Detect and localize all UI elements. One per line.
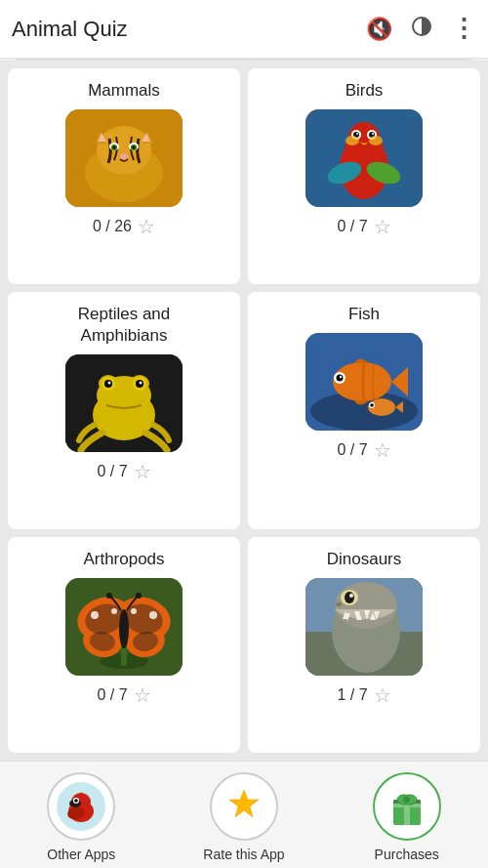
svg-point-63 — [131, 608, 137, 614]
svg-point-48 — [370, 403, 374, 407]
svg-point-61 — [111, 608, 117, 614]
rate-app-icon-circle — [210, 772, 278, 841]
card-image-fish — [305, 333, 423, 431]
star-icon-fish: ☆ — [374, 438, 391, 462]
svg-point-93 — [75, 799, 79, 803]
card-score-fish: 0 / 7 ☆ — [337, 438, 390, 462]
card-reptiles[interactable]: Reptiles and Amphibians — [8, 292, 240, 529]
header-icons: 🔇 ⋮ — [366, 14, 476, 44]
card-title-arthropods: Arthropods — [83, 549, 164, 570]
card-image-birds — [305, 109, 423, 207]
svg-point-9 — [133, 146, 136, 149]
card-image-arthropods — [65, 578, 183, 676]
card-dinosaurs[interactable]: Dinosaurs — [248, 537, 480, 753]
svg-point-66 — [136, 593, 142, 599]
star-icon-reptiles: ☆ — [134, 460, 151, 483]
svg-point-8 — [113, 146, 116, 149]
svg-point-38 — [108, 382, 111, 385]
card-score-mammals: 0 / 26 ☆ — [93, 215, 155, 238]
star-icon-dinosaurs: ☆ — [374, 683, 391, 707]
card-image-mammals — [65, 109, 183, 207]
card-score-birds: 0 / 7 ☆ — [337, 215, 390, 238]
nav-other-apps[interactable]: Other Apps — [0, 772, 163, 862]
svg-point-82 — [336, 602, 342, 606]
app-header: Animal Quiz 🔇 ⋮ — [0, 0, 488, 59]
purchases-icon-circle — [373, 772, 441, 841]
svg-point-60 — [91, 611, 99, 619]
card-birds[interactable]: Birds — [248, 68, 480, 284]
other-apps-label: Other Apps — [47, 847, 115, 862]
card-title-reptiles: Reptiles and Amphibians — [78, 304, 171, 347]
star-icon-birds: ☆ — [374, 215, 391, 238]
card-score-dinosaurs: 1 / 7 ☆ — [337, 683, 390, 707]
svg-point-3 — [97, 126, 151, 175]
card-title-fish: Fish — [348, 304, 380, 325]
mute-icon[interactable]: 🔇 — [366, 17, 392, 42]
card-score-reptiles: 0 / 7 ☆ — [97, 460, 150, 483]
svg-point-62 — [149, 611, 157, 619]
star-icon-mammals: ☆ — [138, 215, 155, 238]
svg-point-64 — [119, 609, 129, 648]
svg-point-81 — [349, 594, 353, 598]
card-image-dinosaurs — [305, 578, 423, 676]
app-title: Animal Quiz — [12, 17, 366, 42]
nav-rate-app[interactable]: Rate this App — [163, 772, 326, 862]
svg-point-26 — [372, 133, 374, 135]
svg-point-39 — [140, 382, 142, 385]
svg-point-10 — [120, 153, 128, 159]
card-title-mammals: Mammals — [88, 80, 160, 102]
card-title-birds: Birds — [346, 80, 384, 102]
card-image-reptiles — [65, 354, 183, 452]
rate-app-label: Rate this App — [203, 847, 284, 862]
card-mammals[interactable]: Mammals — [8, 68, 240, 284]
svg-point-27 — [346, 136, 359, 145]
brightness-icon[interactable] — [410, 15, 433, 43]
svg-point-65 — [106, 593, 112, 599]
svg-point-45 — [340, 376, 342, 378]
card-score-arthropods: 0 / 7 ☆ — [97, 683, 150, 707]
svg-point-103 — [404, 797, 410, 803]
more-options-icon[interactable]: ⋮ — [451, 14, 476, 44]
card-fish[interactable]: Fish — [248, 292, 480, 529]
purchases-label: Purchases — [375, 847, 439, 862]
nav-purchases[interactable]: Purchases — [325, 772, 488, 862]
card-arthropods[interactable]: Arthropods — [8, 537, 240, 753]
category-grid: Mammals — [0, 61, 488, 761]
svg-point-25 — [356, 133, 358, 135]
other-apps-icon-circle — [47, 772, 115, 841]
card-title-dinosaurs: Dinosaurs — [327, 549, 402, 570]
star-icon-arthropods: ☆ — [134, 683, 151, 707]
svg-point-80 — [345, 592, 354, 603]
svg-point-28 — [369, 136, 383, 145]
svg-point-44 — [337, 375, 344, 382]
bottom-nav: Other Apps Rate this App — [0, 761, 488, 868]
